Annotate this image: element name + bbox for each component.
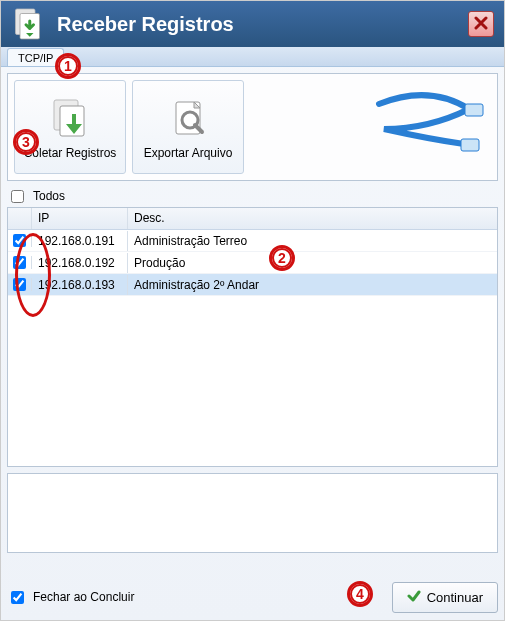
log-panel	[7, 473, 498, 553]
svg-rect-8	[461, 139, 479, 151]
tab-tcpip[interactable]: TCP/IP	[7, 48, 64, 66]
cell-ip: 192.168.0.192	[32, 253, 128, 273]
device-grid: IP Desc. 192.168.0.191 Administração Ter…	[7, 207, 498, 467]
row-checkbox[interactable]	[13, 256, 26, 269]
tab-strip: TCP/IP	[1, 47, 504, 67]
grid-body: 192.168.0.191 Administração Terreo 192.1…	[8, 230, 497, 296]
titlebar: Receber Registros	[1, 1, 504, 47]
check-icon	[407, 589, 421, 606]
svg-rect-9	[465, 104, 483, 116]
cell-ip: 192.168.0.193	[32, 275, 128, 295]
export-file-icon	[164, 94, 212, 142]
collect-records-icon	[46, 94, 94, 142]
table-row[interactable]: 192.168.0.193 Administração 2º Andar	[8, 274, 497, 296]
fechar-checkbox[interactable]	[11, 591, 24, 604]
coletar-label: Coletar Registros	[24, 146, 117, 160]
row-checkbox[interactable]	[13, 278, 26, 291]
cell-desc: Administração Terreo	[128, 231, 497, 251]
fechar-label: Fechar ao Concluir	[33, 590, 134, 604]
col-header-check[interactable]	[8, 208, 32, 229]
table-row[interactable]: 192.168.0.192 Produção	[8, 252, 497, 274]
todos-checkbox[interactable]	[11, 190, 24, 203]
table-row[interactable]: 192.168.0.191 Administração Terreo	[8, 230, 497, 252]
receive-records-window: Receber Registros TCP/IP Coletar Registr…	[0, 0, 505, 621]
network-cable-icon	[369, 84, 489, 164]
cell-desc: Administração 2º Andar	[128, 275, 497, 295]
cell-ip: 192.168.0.191	[32, 231, 128, 251]
close-button[interactable]	[468, 11, 494, 37]
todos-label: Todos	[33, 189, 65, 203]
todos-bar: Todos	[7, 187, 498, 205]
cell-desc: Produção	[128, 253, 497, 273]
coletar-registros-button[interactable]: Coletar Registros	[14, 80, 126, 174]
footer: Fechar ao Concluir Continuar	[7, 580, 498, 614]
toolbar: Coletar Registros Exportar Arquivo	[7, 73, 498, 181]
col-header-ip[interactable]: IP	[32, 208, 128, 229]
continuar-label: Continuar	[427, 590, 483, 605]
exportar-label: Exportar Arquivo	[144, 146, 233, 160]
exportar-arquivo-button[interactable]: Exportar Arquivo	[132, 80, 244, 174]
grid-header: IP Desc.	[8, 208, 497, 230]
download-document-icon	[11, 6, 47, 42]
col-header-desc[interactable]: Desc.	[128, 208, 497, 229]
row-checkbox[interactable]	[13, 234, 26, 247]
continuar-button[interactable]: Continuar	[392, 582, 498, 613]
close-icon	[474, 16, 488, 33]
window-title: Receber Registros	[57, 13, 234, 36]
